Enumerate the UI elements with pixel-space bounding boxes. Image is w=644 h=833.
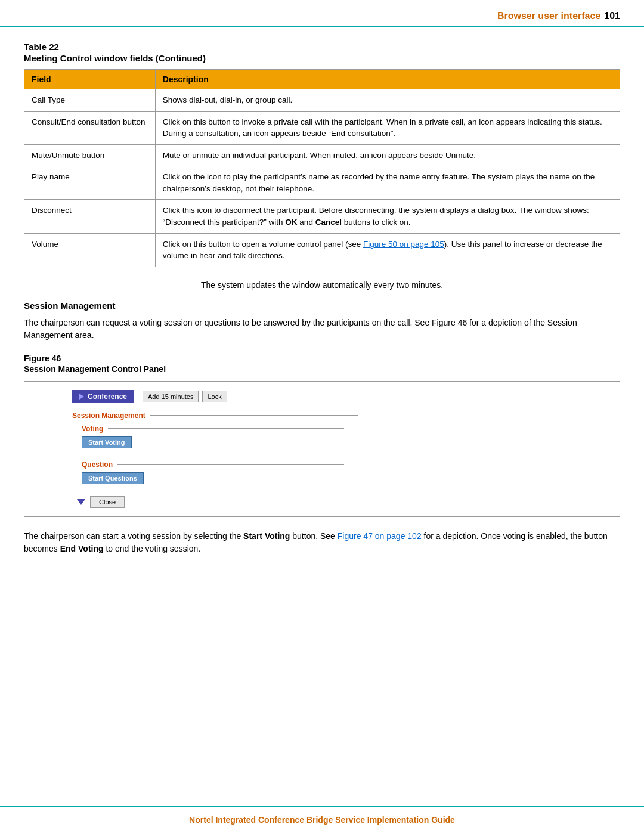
session-mgmt-area: Session Management Voting Start Voting — [72, 411, 358, 508]
field-mute: Mute/Unmute button — [24, 144, 156, 166]
bottom-paragraph: The chairperson can start a voting sessi… — [24, 530, 620, 556]
voting-label: Voting — [82, 425, 344, 433]
question-text: Question — [82, 460, 113, 469]
table-number: Table 22 — [24, 42, 620, 52]
question-label: Question — [82, 460, 344, 469]
session-mgmt-text: Session Management — [72, 411, 145, 420]
desc-disconnect: Click this icon to disconnect the partic… — [155, 200, 620, 233]
figure-caption: Session Management Control Panel — [24, 364, 620, 374]
field-volume: Volume — [24, 233, 156, 267]
header-title: Browser user interface — [497, 11, 600, 21]
start-voting-button[interactable]: Start Voting — [82, 436, 132, 448]
conf-top-bar: Conference Add 15 minutes Lock — [72, 390, 358, 403]
main-content: Table 22 Meeting Control window fields (… — [0, 27, 644, 806]
volume-link[interactable]: Figure 50 on page 105 — [363, 240, 444, 249]
table-row: Mute/Unmute button Mute or unmute an ind… — [24, 144, 620, 166]
auto-update-text: The system updates the window automatica… — [24, 280, 620, 290]
session-mgmt-body: The chairperson can request a voting ses… — [24, 317, 620, 342]
voting-label-wrapper: Voting — [82, 425, 344, 433]
conference-panel-inner: Conference Add 15 minutes Lock Session M… — [36, 390, 608, 508]
conference-btn-label: Conference — [88, 392, 127, 401]
figure-label: Figure 46 — [24, 354, 620, 363]
lock-button[interactable]: Lock — [202, 391, 227, 402]
table-row: Play name Click on the icon to play the … — [24, 166, 620, 200]
desc-mute: Mute or unmute an individual participant… — [155, 144, 620, 166]
field-call-type: Call Type — [24, 89, 156, 112]
desc-consult: Click on this button to invoke a private… — [155, 111, 620, 144]
table-row: Disconnect Click this icon to disconnect… — [24, 200, 620, 233]
meeting-control-table: Field Description Call Type Shows dial-o… — [24, 69, 620, 267]
col-header-description: Description — [155, 70, 620, 89]
conference-logo-button[interactable]: Conference — [72, 390, 134, 403]
add-minutes-button[interactable]: Add 15 minutes — [143, 391, 199, 402]
desc-volume: Click on this button to open a volume co… — [155, 233, 620, 267]
bold-ok: OK — [285, 218, 297, 227]
close-triangle-icon — [77, 499, 85, 505]
col-header-field: Field — [24, 70, 156, 89]
close-button[interactable]: Close — [90, 496, 125, 508]
desc-call-type: Shows dial-out, dial-in, or group call. — [155, 89, 620, 112]
bold-end-voting: End Voting — [60, 544, 104, 553]
field-disconnect: Disconnect — [24, 200, 156, 233]
table-title: Meeting Control window fields (Continued… — [24, 53, 620, 63]
table-row: Volume Click on this button to open a vo… — [24, 233, 620, 267]
field-consult: Consult/End consultation button — [24, 111, 156, 144]
conference-panel-box: Conference Add 15 minutes Lock Session M… — [24, 381, 620, 517]
footer-text: Nortel Integrated Conference Bridge Serv… — [189, 815, 455, 825]
table-row: Consult/End consultation button Click on… — [24, 111, 620, 144]
session-mgmt-heading: Session Management — [24, 301, 620, 311]
question-section: Question Start Questions — [72, 460, 358, 490]
start-questions-button[interactable]: Start Questions — [82, 472, 144, 484]
question-label-wrapper: Question — [82, 460, 344, 469]
page-footer: Nortel Integrated Conference Bridge Serv… — [0, 806, 644, 833]
bold-start-voting: Start Voting — [243, 531, 290, 541]
page-header: Browser user interface 101 — [0, 0, 644, 27]
voting-section: Voting Start Voting — [72, 425, 358, 454]
voting-text: Voting — [82, 425, 103, 433]
table-row: Call Type Shows dial-out, dial-in, or gr… — [24, 89, 620, 112]
logo-triangle-icon — [79, 394, 84, 400]
page-number: 101 — [604, 11, 620, 21]
field-play-name: Play name — [24, 166, 156, 200]
close-section: Close — [72, 496, 358, 508]
page-container: Browser user interface 101 Table 22 Meet… — [0, 0, 644, 833]
bold-cancel: Cancel — [315, 218, 342, 227]
desc-play-name: Click on the icon to play the participan… — [155, 166, 620, 200]
session-mgmt-area-label: Session Management — [72, 411, 358, 420]
figure47-link[interactable]: Figure 47 on page 102 — [338, 531, 422, 541]
